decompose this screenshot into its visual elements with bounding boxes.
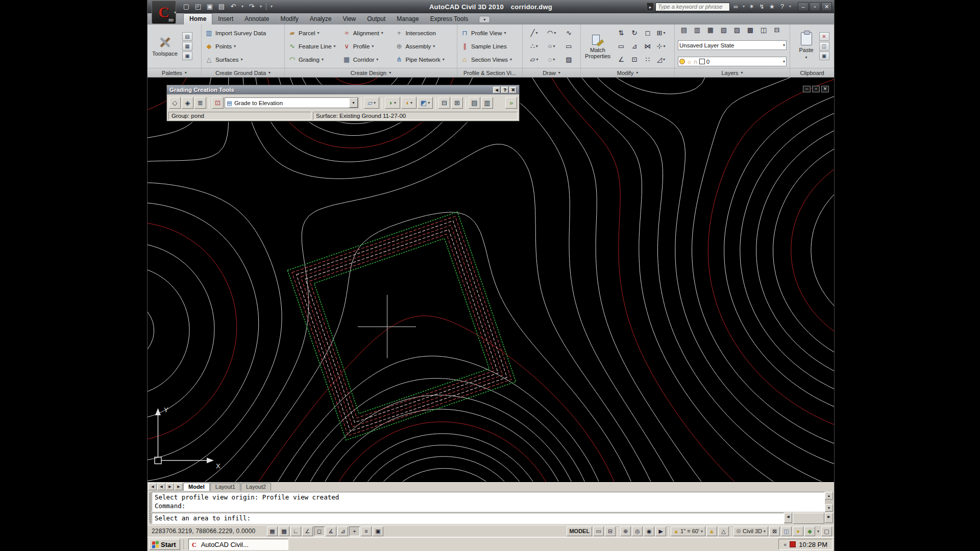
clean-screen-button[interactable]: ▢ [821, 527, 832, 536]
tab-insert[interactable]: Insert [212, 14, 239, 24]
tray-expand-icon[interactable]: « [783, 541, 787, 547]
tray-autocad-icon[interactable] [790, 541, 796, 547]
modify-move-button[interactable]: ⇅ [615, 27, 628, 40]
panel-label-clipboard[interactable]: Clipboard [790, 68, 834, 77]
application-menu-button[interactable]: C 3D ▾ [152, 1, 176, 24]
scrollbar-thumb[interactable] [793, 513, 824, 524]
scroll-down-button[interactable]: ▼ [825, 504, 833, 512]
save-button[interactable]: ▣ [205, 2, 215, 11]
quick-view-layouts-button[interactable]: ▭ [593, 527, 604, 536]
doc-close-button[interactable]: ✕ [821, 86, 829, 92]
alignment-button[interactable]: ≈Alignment▾ [341, 27, 392, 39]
grading-editor-button[interactable]: ▤ [469, 97, 480, 109]
command-input[interactable]: Select an area to infill: [152, 513, 784, 524]
draw-line-button[interactable]: ╱▾ [526, 27, 543, 40]
import-survey-data-button[interactable]: ▥Import Survey Data [203, 27, 267, 39]
set-grading-layer-button[interactable]: ≣ [194, 97, 206, 109]
quick-view-drawings-button[interactable]: ⊟ [605, 527, 616, 536]
intersection-button[interactable]: +Intersection [393, 27, 455, 39]
layer-current-button[interactable]: ▦ [704, 26, 717, 34]
toolspace-toggle-button[interactable]: ▤ [182, 32, 192, 41]
profile-view-button[interactable]: ⊓Profile View▾ [459, 27, 513, 39]
tab-home[interactable]: Home [183, 13, 212, 24]
section-views-button[interactable]: ⌂Section Views▾ [459, 54, 513, 65]
tool-palettes-button[interactable]: ▣ [182, 52, 192, 60]
search-input[interactable] [656, 4, 729, 10]
help-dropdown[interactable]: ▾ [788, 2, 792, 11]
tab-layout2[interactable]: Layout2 [241, 483, 271, 491]
minimize-button[interactable]: – [798, 2, 808, 11]
draw-rectangle-button[interactable]: ▭ [560, 40, 578, 53]
grid-toggle[interactable]: ▩ [279, 527, 289, 536]
scroll-up-button[interactable]: ▲ [825, 492, 833, 499]
draw-ellipse-button[interactable]: ◌▾ [543, 53, 560, 66]
communication-center-icon[interactable]: ✶ [747, 2, 756, 11]
draw-spline-button[interactable]: ∿ [560, 27, 578, 40]
modify-copy-button[interactable]: ⊞▾ [654, 27, 668, 40]
palette-title-bar[interactable]: Grading Creation Tools ◂ ? ✕ [167, 85, 519, 94]
coordinate-display[interactable]: 2283706.3219, 788066.2229, 0.0000 [150, 528, 266, 535]
command-history[interactable]: Select profile view origin: Profile view… [152, 492, 825, 512]
favorites-icon[interactable]: ★ [768, 2, 776, 11]
modify-array-button[interactable]: ∷ [641, 53, 654, 66]
doc-restore-button[interactable]: ▫ [812, 86, 820, 92]
grading-elevation-editor-button[interactable]: ⊟ [438, 97, 450, 109]
prev-tab-button[interactable]: ◀ [157, 483, 165, 490]
draw-polyline-button[interactable]: ▱▾ [526, 53, 543, 66]
current-layer-combo[interactable]: ☼ ∩ 0▾ [678, 57, 787, 66]
cut-button[interactable]: ✕ [819, 32, 829, 41]
scroll-right-button[interactable]: ▶ [825, 513, 833, 523]
ribbon-minimize-button[interactable]: ▾ [479, 16, 490, 23]
tab-view[interactable]: View [337, 14, 361, 24]
subscription-center-icon[interactable]: ↯ [757, 2, 766, 11]
drawing-area[interactable]: – ▫ ✕ Y X Grading Creati [148, 78, 834, 482]
start-button[interactable]: Start [149, 539, 180, 550]
set-grading-group-button[interactable]: ◇ [169, 97, 181, 109]
annotation-visibility-button[interactable]: ▲ [706, 527, 717, 536]
tab-manage[interactable]: Manage [391, 14, 424, 24]
osnap-toggle[interactable]: ◻ [314, 527, 325, 536]
copy-clip-button[interactable]: ◫ [819, 42, 829, 51]
sample-lines-button[interactable]: ∥Sample Lines [459, 40, 513, 52]
layer-state-combo[interactable]: Unsaved Layer State▾ [678, 40, 787, 50]
parcel-button[interactable]: ▰Parcel▾ [286, 27, 339, 39]
tray-settings-icon-2[interactable]: ● [793, 527, 803, 536]
modify-chamfer-button[interactable]: ◿▾ [654, 53, 668, 66]
corridor-button[interactable]: ▦Corridor▾ [341, 54, 392, 65]
layer-freeze-button[interactable]: ◫ [757, 26, 770, 34]
layer-match-button[interactable]: ▥ [691, 26, 703, 34]
otrack-toggle[interactable]: ∡ [326, 527, 336, 536]
assembly-button[interactable]: ⊕Assembly▾ [393, 40, 455, 52]
plot-button[interactable]: ▤ [216, 2, 227, 11]
surfaces-button[interactable]: △Surfaces▾ [203, 54, 267, 65]
palette-expand-button[interactable]: » [505, 97, 517, 109]
paste-special-button[interactable]: ▣ [819, 52, 829, 60]
create-infill-button[interactable]: ◩▾ [418, 97, 433, 109]
palette-help-button[interactable]: ? [501, 87, 508, 93]
panel-label-create-ground-data[interactable]: Create Ground Data▾ [202, 68, 284, 77]
edit-criteria-button[interactable]: ▱▾ [364, 97, 379, 109]
lineweight-toggle[interactable]: ≡ [361, 527, 372, 536]
tray-settings-icon-1[interactable]: ◫ [781, 527, 792, 536]
points-button[interactable]: ◆Points▾ [203, 40, 267, 52]
undo-button[interactable]: ↶ [228, 2, 238, 11]
search-go-icon[interactable]: ▸ [647, 3, 654, 11]
pipe-network-button[interactable]: ⋔Pipe Network▾ [393, 54, 455, 65]
draw-arc-button[interactable]: ◠▾ [543, 27, 560, 40]
tab-modify[interactable]: Modify [275, 14, 304, 24]
copy-create-grading-button[interactable]: ◖▾ [401, 97, 416, 109]
create-grading-button[interactable]: ◗▾ [385, 97, 400, 109]
ducs-toggle[interactable]: ⊿ [337, 527, 348, 536]
tab-express-tools[interactable]: Express Tools [425, 14, 474, 24]
draw-hatch-button[interactable]: ▨ [560, 53, 578, 66]
modify-explode-button[interactable]: ⊡ [628, 53, 641, 66]
layer-properties-button[interactable]: ▤ [678, 26, 690, 34]
palette-close-button[interactable]: ✕ [509, 87, 517, 93]
layer-isolate-button[interactable]: ▨ [731, 26, 743, 34]
quick-properties-toggle[interactable]: ▣ [373, 527, 383, 536]
grading-criteria-combo[interactable]: ▤ Grade to Elevation ▾ [225, 97, 358, 108]
draw-circle-button[interactable]: ○▾ [543, 40, 560, 53]
open-button[interactable]: ◰ [193, 2, 203, 11]
redo-button[interactable]: ↷ [247, 2, 257, 11]
profile-button[interactable]: ∨Profile▾ [341, 40, 392, 52]
